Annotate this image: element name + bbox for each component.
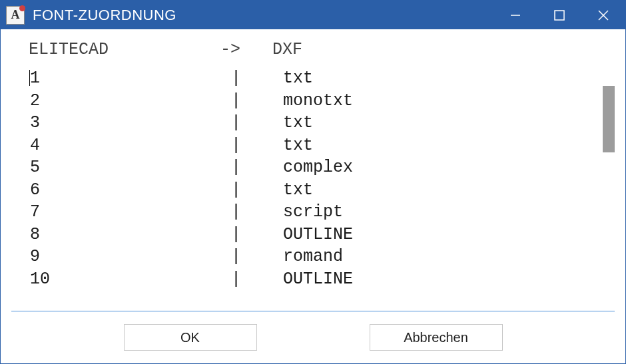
maximize-button[interactable] bbox=[537, 1, 581, 29]
list-item-separator: | bbox=[231, 156, 268, 179]
list-item-separator: | bbox=[231, 246, 268, 268]
list-item-separator: | bbox=[231, 268, 268, 291]
list-item[interactable]: 6|txt bbox=[11, 179, 596, 202]
header-left: ELITECAD bbox=[1, 40, 220, 59]
button-row: OK Abbrechen bbox=[1, 311, 625, 363]
list-item[interactable]: 7|script bbox=[11, 201, 596, 224]
list-item[interactable]: 2|monotxt bbox=[11, 90, 596, 112]
list-item-value: romand bbox=[268, 246, 596, 268]
list-item-value: monotxt bbox=[268, 90, 596, 112]
list-item-separator: | bbox=[231, 90, 268, 112]
list-item-id: 10 bbox=[11, 268, 231, 291]
ok-button-label: OK bbox=[180, 330, 200, 345]
app-icon: A bbox=[6, 6, 25, 25]
dialog-content: ELITECAD -> DXF 1|txt2|monotxt3|txt4|txt… bbox=[1, 29, 625, 363]
list-item-value: txt bbox=[268, 179, 596, 202]
list-item-value: txt bbox=[268, 134, 596, 157]
header-right: DXF bbox=[258, 40, 625, 59]
list-item-separator: | bbox=[231, 134, 268, 157]
mapping-list[interactable]: 1|txt2|monotxt3|txt4|txt5|complex6|txt7|… bbox=[11, 67, 596, 311]
cancel-button[interactable]: Abbrechen bbox=[370, 324, 503, 351]
list-item-value: complex bbox=[268, 156, 596, 179]
list-item-separator: | bbox=[231, 67, 268, 90]
ok-button[interactable]: OK bbox=[124, 324, 257, 351]
column-header: ELITECAD -> DXF bbox=[1, 29, 625, 67]
dialog-window: A FONT-ZUORDNUNG ELITECAD -> DXF 1|txt2|… bbox=[0, 0, 626, 364]
titlebar[interactable]: A FONT-ZUORDNUNG bbox=[1, 1, 625, 29]
list-item-value: OUTLINE bbox=[268, 268, 596, 291]
svg-rect-1 bbox=[555, 11, 564, 20]
list-item-separator: | bbox=[231, 224, 268, 246]
list-item[interactable]: 1|txt bbox=[11, 67, 596, 90]
list-item-id: 6 bbox=[11, 179, 231, 202]
minimize-button[interactable] bbox=[493, 1, 537, 29]
list-item-value: script bbox=[268, 201, 596, 224]
maximize-icon bbox=[553, 9, 565, 21]
scrollbar-thumb[interactable] bbox=[603, 86, 615, 152]
list-item[interactable]: 4|txt bbox=[11, 134, 596, 157]
mapping-list-container: 1|txt2|monotxt3|txt4|txt5|complex6|txt7|… bbox=[11, 67, 615, 311]
list-item-value: OUTLINE bbox=[268, 224, 596, 246]
list-item-value: txt bbox=[268, 112, 596, 134]
list-item-value: txt bbox=[268, 67, 596, 90]
list-item[interactable]: 3|txt bbox=[11, 112, 596, 134]
list-item[interactable]: 8|OUTLINE bbox=[11, 224, 596, 246]
close-icon bbox=[597, 9, 609, 21]
list-item[interactable]: 9|romand bbox=[11, 246, 596, 268]
list-item-id: 3 bbox=[11, 112, 231, 134]
list-item-separator: | bbox=[231, 179, 268, 202]
list-item-id: 8 bbox=[11, 224, 231, 246]
scrollbar-track[interactable] bbox=[599, 67, 615, 311]
list-item-id: 2 bbox=[11, 90, 231, 112]
window-title: FONT-ZUORDNUNG bbox=[33, 7, 176, 24]
list-item-id: 7 bbox=[11, 201, 231, 224]
cancel-button-label: Abbrechen bbox=[404, 330, 468, 345]
list-item-separator: | bbox=[231, 201, 268, 224]
header-arrow: -> bbox=[220, 40, 258, 59]
list-item-id: 1 bbox=[11, 67, 231, 90]
list-item-id: 9 bbox=[11, 246, 231, 268]
close-button[interactable] bbox=[581, 1, 625, 29]
list-item[interactable]: 10|OUTLINE bbox=[11, 268, 596, 291]
list-item-id: 4 bbox=[11, 134, 231, 157]
minimize-icon bbox=[509, 9, 521, 21]
list-item-separator: | bbox=[231, 112, 268, 134]
app-icon-letter: A bbox=[11, 8, 20, 22]
list-item-id: 5 bbox=[11, 156, 231, 179]
list-item[interactable]: 5|complex bbox=[11, 156, 596, 179]
